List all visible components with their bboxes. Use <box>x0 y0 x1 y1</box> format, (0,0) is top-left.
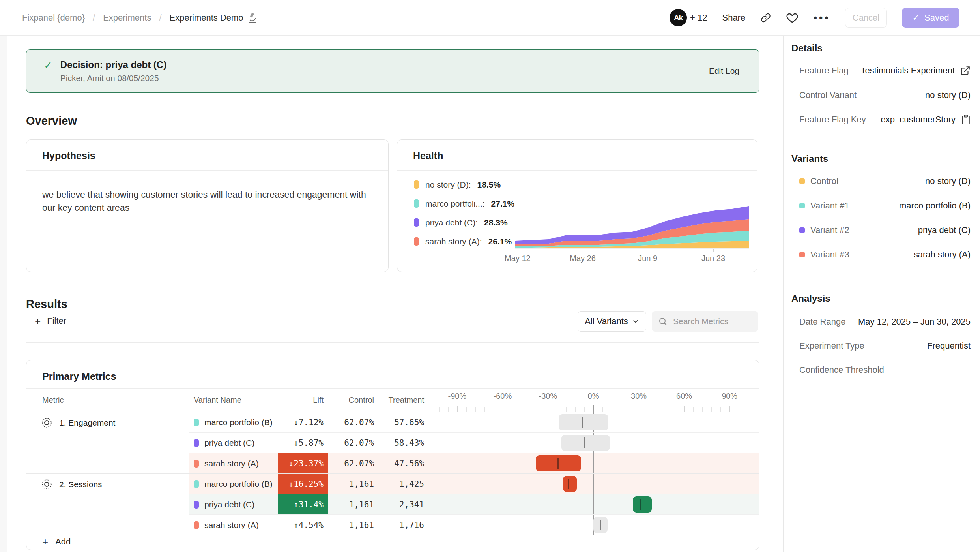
field-value: sarah story (A) <box>914 250 971 260</box>
field-label: Feature Flag Key <box>799 115 866 125</box>
metric-label: 1. Engagement <box>59 418 115 428</box>
treatment-value-cell: 1,716 <box>374 515 429 535</box>
confidence-interval-bar <box>536 455 581 471</box>
favorite-icon[interactable] <box>786 12 798 23</box>
field-label: Control Variant <box>799 90 857 100</box>
health-exposure-chart <box>515 204 749 249</box>
variant-color-swatch <box>194 460 199 468</box>
lift-axis-label: 60% <box>676 392 692 401</box>
microscope-icon <box>247 13 257 23</box>
hypothesis-body[interactable]: we believe that showing customer stories… <box>42 188 378 214</box>
variant-color-swatch <box>194 439 199 447</box>
metric-goal-icon <box>41 479 52 490</box>
decision-check-icon: ✓ <box>44 59 52 71</box>
lift-value-cell: ↓5.87% <box>278 433 328 453</box>
variant-name: priya debt (C) <box>204 438 254 448</box>
control-value-cell: 1,161 <box>328 515 374 535</box>
sidebar-divider <box>783 36 784 552</box>
health-card: Health no story (D):18.5%marco portfoli.… <box>397 139 757 272</box>
details-row: Control Variantno story (D) <box>791 90 971 100</box>
metric-name-cell[interactable]: 2. Sessions <box>26 474 189 490</box>
field-value: no story (D) <box>925 90 971 100</box>
lift-axis-tick <box>630 407 630 412</box>
confidence-interval-cell <box>429 412 759 432</box>
details-sidebar: DetailsFeature FlagTestimonials Experime… <box>791 36 971 375</box>
variant-color-swatch <box>414 199 419 208</box>
lift-axis-tick <box>584 407 585 412</box>
confidence-interval-cell <box>429 494 759 514</box>
field-label: Variant #3 <box>810 250 849 260</box>
share-button[interactable]: Share <box>722 13 745 23</box>
variant-name: priya debt (C) <box>204 500 254 509</box>
add-metric-button[interactable]: + Add <box>26 533 759 550</box>
variant-name: sarah story (A) <box>204 459 259 468</box>
control-value-cell: 62.07% <box>328 433 374 453</box>
collapsed-left-rail <box>0 36 7 552</box>
lift-axis-tick <box>512 407 512 412</box>
confidence-interval-cell <box>429 515 759 535</box>
breadcrumb-project[interactable]: Fixpanel {demo} <box>22 13 85 23</box>
metrics-table-header: Metric Variant Name Lift Control Treatme… <box>26 389 759 412</box>
cancel-button[interactable]: Cancel <box>845 8 887 28</box>
lift-axis-tick <box>475 407 476 412</box>
decision-title: Decision: priya debt (C) <box>60 59 166 70</box>
collaborators[interactable]: Ak + 12 <box>670 9 707 26</box>
health-legend-item: no story (D):18.5% <box>414 180 514 189</box>
lift-value-cell: ↓16.25% <box>278 474 328 494</box>
variant-color-swatch <box>799 178 805 184</box>
variants-section: VariantsControlno story (D)Variant #1mar… <box>791 153 971 260</box>
lift-value-cell: ↑4.54% <box>278 515 328 535</box>
variant-name-cell: sarah story (A) <box>189 515 278 535</box>
lift-axis-tick <box>612 407 612 412</box>
legend-value: 18.5% <box>477 180 501 190</box>
x-axis-tick <box>713 249 714 252</box>
field-label: Date Range <box>799 317 845 327</box>
results-divider <box>26 342 759 343</box>
lift-axis-tick <box>729 406 730 412</box>
search-metrics-input[interactable] <box>672 316 753 327</box>
variant-color-swatch <box>799 252 805 257</box>
external-link-icon[interactable] <box>960 66 971 76</box>
health-legend: no story (D):18.5%marco portfoli...:27.1… <box>414 180 514 246</box>
variant-name-cell: marco portfolio (B) <box>189 474 278 494</box>
field-value: Testimonials Experiment <box>861 66 955 76</box>
saved-button[interactable]: ✓ Saved <box>902 8 959 28</box>
lift-axis-tick <box>457 406 458 412</box>
top-bar: Fixpanel {demo} / Experiments / Experime… <box>0 0 980 36</box>
lift-axis-tick <box>739 407 739 412</box>
edit-log-button[interactable]: Edit Log <box>709 66 739 76</box>
variant-name-cell: priya debt (C) <box>189 433 278 453</box>
analysis-row: Experiment TypeFrequentist <box>791 341 971 351</box>
lift-axis-label: 90% <box>722 392 737 401</box>
variant-result-row: priya debt (C)↓5.87%62.07%58.43% <box>189 432 759 453</box>
copy-link-icon[interactable] <box>760 12 771 23</box>
variants-dropdown[interactable]: All Variants <box>578 311 646 332</box>
lift-axis-tick <box>748 407 748 412</box>
metric-name-cell[interactable]: 1. Engagement <box>26 412 189 428</box>
more-actions-button[interactable]: ●●● <box>813 14 830 22</box>
analysis-row: Confidence Threshold <box>791 365 971 375</box>
variant-name-cell: sarah story (A) <box>189 453 278 473</box>
hypothesis-title: Hypothesis <box>42 150 95 161</box>
lift-value-cell: ↑31.4% <box>278 494 328 514</box>
confidence-interval-bar <box>593 517 608 533</box>
variant-color-swatch <box>799 227 805 233</box>
search-metrics-box[interactable] <box>652 311 758 332</box>
analysis-row: Date RangeMay 12, 2025 – Jun 30, 2025 <box>791 317 971 327</box>
breadcrumb-experiments[interactable]: Experiments <box>103 13 151 23</box>
clipboard-icon[interactable] <box>961 115 971 125</box>
avatar[interactable]: Ak <box>670 9 687 26</box>
health-chart-x-axis: May 12May 26Jun 9Jun 23 <box>515 249 749 265</box>
control-value-cell: 62.07% <box>328 453 374 473</box>
col-variant-name: Variant Name <box>189 389 278 412</box>
variant-color-swatch <box>799 203 805 208</box>
control-value-cell: 1,161 <box>328 494 374 514</box>
metric-group: 2. Sessionsmarco portfolio (B)↓16.25%1,1… <box>26 473 759 535</box>
x-axis-tick-label: May 26 <box>570 254 596 263</box>
metric-group: 1. Engagementmarco portfolio (B)↓7.12%62… <box>26 412 759 473</box>
lift-axis-tick <box>602 407 603 412</box>
legend-value: 28.3% <box>484 218 508 227</box>
variants-section-title: Variants <box>791 153 971 164</box>
zero-line <box>593 494 594 514</box>
add-filter-button[interactable]: + Filter <box>35 316 66 326</box>
